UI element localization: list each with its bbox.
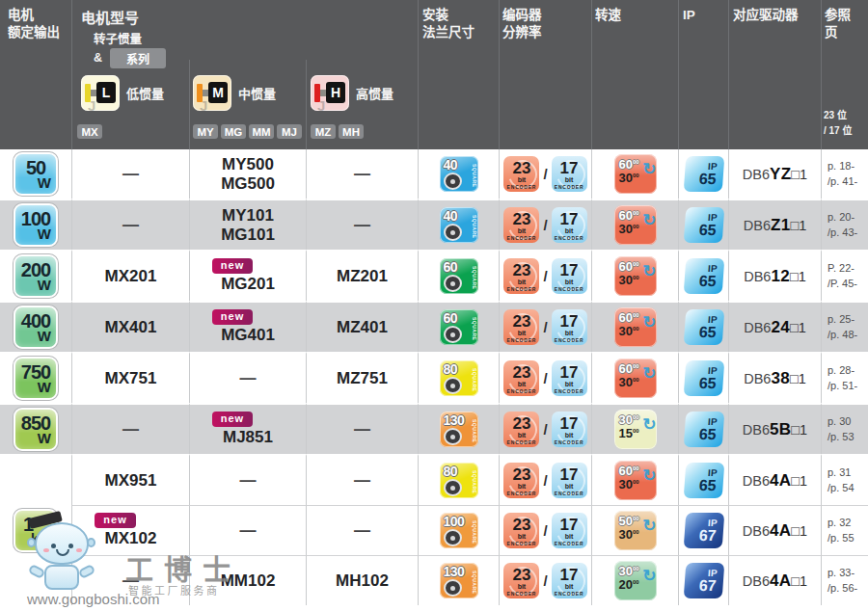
encoder-icons: 23bitENCODER/17bitENCODER (503, 156, 586, 192)
ip-rating-icon: IP65 (683, 412, 724, 447)
bit-label: bit (565, 227, 574, 234)
driver-model: DB65B□1 (743, 420, 807, 439)
encoder-label: ENCODER (552, 491, 587, 496)
ip-cell: IP65 (678, 352, 728, 403)
encoder-icons: 23bitENCODER/17bitENCODER (503, 309, 586, 345)
page-ref-line: p. 30 (827, 414, 854, 429)
ip-value: 65 (684, 478, 717, 493)
page-ref: p. 18-/p. 41- (827, 159, 857, 189)
driver-cell: DB624□1 (728, 301, 821, 352)
series-tags-high: MZ MH (311, 124, 364, 139)
speed-icon: 30001500↻ (614, 410, 657, 449)
model-cell-high: MZ201 (306, 250, 418, 301)
flange-size: 100 (444, 514, 465, 529)
encoder-bits: 17 (560, 466, 579, 483)
output-cell: 750W (0, 352, 71, 403)
encoder-cell: 23bitENCODER/17bitENCODER (499, 352, 591, 403)
model-name: MY500 (222, 155, 274, 174)
page-ref-cell: p. 30/p. 53 (821, 403, 868, 454)
driver-code: 4A (770, 571, 791, 591)
speed-sup: 00 (633, 325, 639, 331)
encoder-icons: 23bitENCODER/17bitENCODER (503, 360, 586, 396)
page-ref-line: p. 28- (827, 363, 857, 378)
slash-separator: / (543, 268, 547, 284)
speed-sup: 00 (633, 478, 639, 484)
page-title-line2: 页 (825, 24, 851, 41)
model-name: — (354, 521, 370, 541)
page-ref: p. 31/p. 54 (827, 465, 854, 495)
page-ref-line: /p. 43- (827, 226, 857, 240)
encoder-cell: 23bitENCODER/17bitENCODER (499, 199, 591, 250)
motor-face-icon (444, 275, 462, 292)
bit-label: bit (565, 381, 574, 387)
inertia-group-label: 低惯量 (126, 84, 164, 102)
model-cell-high: — (306, 505, 418, 555)
slash-separator: / (543, 166, 547, 182)
inertia-letter: M (208, 82, 228, 103)
output-badge: 400W (14, 306, 58, 349)
page-ref-cell: p. 33-/p. 56- (821, 555, 868, 605)
output-cell: 50W (0, 149, 71, 199)
rotation-arrow-icon: ↻ (642, 465, 656, 486)
encoder-label: ENCODER (503, 286, 539, 292)
ip-cell: IP67 (678, 505, 728, 555)
header-divider (71, 0, 72, 149)
output-badge: 750W (14, 357, 58, 400)
encoder-bits: 17 (560, 517, 579, 533)
rotation-arrow-icon: ↻ (642, 312, 656, 332)
ip-value: 65 (684, 427, 717, 442)
encoder-bits: 17 (560, 567, 579, 583)
encoder-23bit-icon: 23bitENCODER (503, 563, 539, 598)
page-ref-cell: p. 20-/p. 43- (821, 199, 868, 250)
ip-rating-icon: IP65 (683, 258, 724, 294)
column-header-speed: 转速 (595, 7, 621, 24)
driver-suffix: □1 (790, 371, 806, 386)
encoder-label: ENCODER (503, 184, 539, 190)
ip-label: IP (685, 366, 718, 376)
encoder-17bit-icon: 17bitENCODER (552, 412, 587, 447)
ampersand-label: & (94, 51, 102, 65)
model-cell-medium: MM102 (189, 555, 306, 605)
series-tag-my: MY (193, 124, 218, 139)
flange-size-icon: 40SQUARE (440, 207, 478, 243)
model-cell-high: — (306, 454, 418, 505)
model-cell-high: — (306, 403, 418, 454)
encoder-cell: 23bitENCODER/17bitENCODER (499, 149, 591, 199)
driver-suffix: □1 (791, 422, 807, 438)
encoder-cell: 23bitENCODER/17bitENCODER (499, 454, 591, 505)
encoder-title-line1: 编码器 (502, 7, 542, 24)
model-wrap: — (354, 471, 370, 491)
square-label: SQUARE (472, 470, 477, 493)
encoder-bits: 23 (512, 160, 530, 176)
slash-separator: / (543, 421, 547, 438)
motor-face-icon (444, 529, 462, 546)
speed-icon: 60003000↻ (614, 307, 657, 347)
ip-value: 65 (684, 274, 717, 289)
driver-prefix: DB6 (743, 523, 770, 539)
speed-cell: 60003000↻ (591, 149, 678, 199)
motor-face-icon (444, 428, 462, 445)
bit-label: bit (565, 483, 574, 490)
driver-prefix: DB6 (743, 573, 770, 589)
driver-cell: DB6YZ□1 (728, 149, 821, 199)
speed-sup: 00 (633, 566, 639, 571)
model-wrap: MX751 (105, 369, 157, 388)
table-row: 100W—MY101MG101—40SQUARE23bitENCODER/17b… (0, 199, 868, 250)
model-cell-mx: — (71, 403, 189, 454)
model-wrap: MM102 (221, 571, 276, 591)
model-cell-mx: newMX102 (71, 505, 189, 555)
page-ref-line: /p. 54 (827, 481, 854, 495)
encoder-label: ENCODER (503, 439, 539, 445)
model-name: — (354, 420, 370, 439)
low-inertia-icon: J L (81, 75, 120, 111)
model-name: — (122, 420, 139, 439)
series-tag-mx: MX (77, 124, 102, 139)
driver-prefix: DB6 (744, 320, 771, 335)
page-ref-cell: p. 28-/p. 51- (821, 352, 868, 403)
speed-sup: 00 (633, 427, 639, 433)
page-ref-line: p. 33- (827, 566, 857, 580)
encoder-icons: 23bitENCODER/17bitENCODER (503, 463, 586, 498)
page-ref-cell: p. 32/p. 55 (821, 505, 868, 555)
page-ref-line: p. 25- (827, 312, 857, 327)
flange-size-icon: 60SQUARE (440, 309, 478, 345)
